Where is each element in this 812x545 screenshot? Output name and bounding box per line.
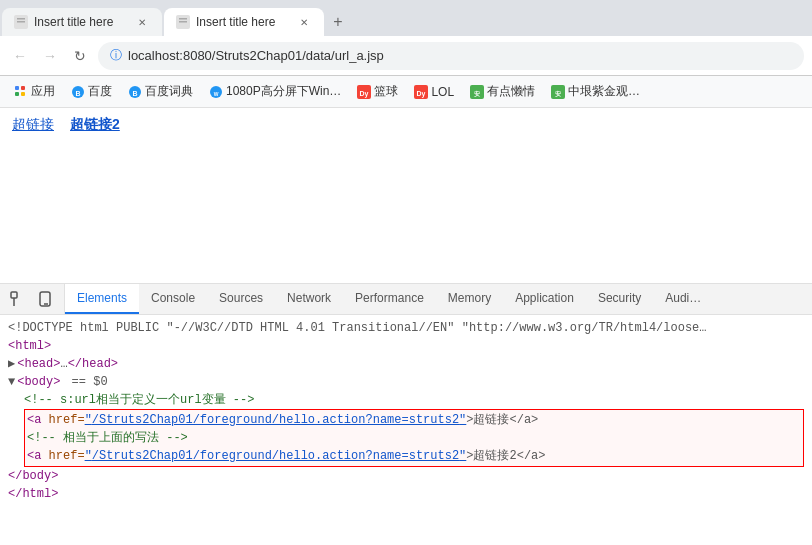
bookmark-baidu-label: 百度 bbox=[88, 83, 112, 100]
svg-rect-24 bbox=[11, 292, 17, 298]
tab-2[interactable]: Insert title here ✕ bbox=[164, 8, 324, 36]
devtools-device-button[interactable] bbox=[34, 287, 58, 311]
code-line-7: <!-- 相当于上面的写法 --> bbox=[27, 429, 801, 447]
tab-favicon-2 bbox=[176, 15, 190, 29]
browser-chrome: Insert title here ✕ Insert title here ✕ … bbox=[0, 0, 812, 108]
tab-title-2: Insert title here bbox=[196, 15, 290, 29]
tab-title-1: Insert title here bbox=[34, 15, 128, 29]
svg-text:B: B bbox=[132, 89, 137, 96]
comment-1: <!-- s:url相当于定义一个url变量 --> bbox=[24, 391, 254, 409]
svg-text:Dy: Dy bbox=[360, 89, 369, 97]
tab-application[interactable]: Application bbox=[503, 284, 586, 314]
bookmark-gold-label: 中垠紫金观… bbox=[568, 83, 640, 100]
tab-1[interactable]: Insert title here ✕ bbox=[2, 8, 162, 36]
html-close-tag: </html> bbox=[8, 485, 58, 503]
bookmark-baidudict-label: 百度词典 bbox=[145, 83, 193, 100]
bookmark-baidudict[interactable]: B 百度词典 bbox=[122, 81, 199, 102]
head-close-tag: </head> bbox=[68, 355, 118, 373]
baidudict-icon: B bbox=[128, 85, 142, 99]
devtools-content: <!DOCTYPE html PUBLIC "-//W3C//DTD HTML … bbox=[0, 315, 812, 545]
bookmark-baidu[interactable]: B 百度 bbox=[65, 81, 118, 102]
lol-icon: Dy bbox=[414, 85, 428, 99]
svg-rect-5 bbox=[179, 21, 187, 23]
bookmark-lazy[interactable]: 安 有点懒情 bbox=[464, 81, 541, 102]
bookmark-1080p[interactable]: W 1080P高分屏下Win… bbox=[203, 81, 347, 102]
tab-sources[interactable]: Sources bbox=[207, 284, 275, 314]
hyperlinks-container: 超链接 超链接2 bbox=[12, 116, 800, 134]
svg-rect-8 bbox=[15, 92, 19, 96]
svg-text:W: W bbox=[214, 90, 219, 96]
tab-performance[interactable]: Performance bbox=[343, 284, 436, 314]
head-tag: <head> bbox=[17, 355, 60, 373]
body-close-tag: </body> bbox=[8, 467, 58, 485]
code-line-5: <!-- s:url相当于定义一个url变量 --> bbox=[8, 391, 804, 409]
refresh-button[interactable]: ↻ bbox=[68, 44, 92, 68]
apps-icon bbox=[14, 85, 28, 99]
hyperlink-2[interactable]: 超链接2 bbox=[70, 116, 120, 134]
hyperlink-1[interactable]: 超链接 bbox=[12, 116, 54, 134]
bookmark-basketball[interactable]: Dy 篮球 bbox=[351, 81, 404, 102]
tab-close-2[interactable]: ✕ bbox=[296, 14, 312, 30]
svg-rect-4 bbox=[179, 18, 187, 20]
secure-icon: ⓘ bbox=[110, 47, 122, 64]
code-line-4: ▼<body> == $0 bbox=[8, 373, 804, 391]
tab-favicon-1 bbox=[14, 15, 28, 29]
code-line-3: ▶<head>…</head> bbox=[8, 355, 804, 373]
1080p-icon: W bbox=[209, 85, 223, 99]
lazy-icon: 安 bbox=[470, 85, 484, 99]
main-content: 超链接 超链接2 bbox=[0, 108, 812, 283]
bookmark-gold[interactable]: 安 中垠紫金观… bbox=[545, 81, 646, 102]
bookmark-apps[interactable]: 应用 bbox=[8, 81, 61, 102]
html-tag: <html> bbox=[8, 337, 51, 355]
code-line-10: </html> bbox=[8, 485, 804, 503]
head-expand-icon[interactable]: ▶ bbox=[8, 355, 15, 373]
code-line-1: <!DOCTYPE html PUBLIC "-//W3C//DTD HTML … bbox=[8, 319, 804, 337]
tab-close-1[interactable]: ✕ bbox=[134, 14, 150, 30]
tab-network[interactable]: Network bbox=[275, 284, 343, 314]
tab-bar: Insert title here ✕ Insert title here ✕ … bbox=[0, 0, 812, 36]
back-button[interactable]: ← bbox=[8, 44, 32, 68]
tab-audits[interactable]: Audi… bbox=[653, 284, 713, 314]
tab-elements[interactable]: Elements bbox=[65, 284, 139, 314]
bookmark-lol-label: LOL bbox=[431, 85, 454, 99]
body-open-tag: <body> bbox=[17, 373, 60, 391]
address-bar: ← → ↻ ⓘ localhost:8080/Struts2Chap01/dat… bbox=[0, 36, 812, 76]
bookmark-basketball-label: 篮球 bbox=[374, 83, 398, 100]
bookmark-1080p-label: 1080P高分屏下Win… bbox=[226, 83, 341, 100]
svg-text:安: 安 bbox=[554, 89, 561, 96]
svg-rect-1 bbox=[17, 18, 25, 20]
svg-rect-7 bbox=[21, 86, 25, 90]
doctype-text: <!DOCTYPE html PUBLIC "-//W3C//DTD HTML … bbox=[8, 319, 707, 337]
tab-security[interactable]: Security bbox=[586, 284, 653, 314]
devtools-panel: Elements Console Sources Network Perform… bbox=[0, 283, 812, 545]
gold-icon: 安 bbox=[551, 85, 565, 99]
comment-2: <!-- 相当于上面的写法 --> bbox=[27, 429, 188, 447]
forward-button[interactable]: → bbox=[38, 44, 62, 68]
svg-text:B: B bbox=[75, 89, 80, 96]
svg-rect-9 bbox=[21, 92, 25, 96]
tab-console[interactable]: Console bbox=[139, 284, 207, 314]
svg-text:Dy: Dy bbox=[417, 89, 426, 97]
href-value-2[interactable]: "/Struts2Chap01/foreground/hello.action?… bbox=[85, 449, 467, 463]
href-attr-2: href= bbox=[49, 449, 85, 463]
a-open-tag-2: <a bbox=[27, 449, 49, 463]
svg-text:安: 安 bbox=[473, 89, 480, 96]
href-value-1[interactable]: "/Struts2Chap01/foreground/hello.action?… bbox=[85, 413, 467, 427]
tab-memory[interactable]: Memory bbox=[436, 284, 503, 314]
bookmarks-bar: 应用 B 百度 B 百度词典 W 1080P高分屏下Win… bbox=[0, 76, 812, 108]
body-expand-icon[interactable]: ▼ bbox=[8, 373, 15, 391]
highlighted-code-block: <a href="/Struts2Chap01/foreground/hello… bbox=[24, 409, 804, 467]
href-attr-1: href= bbox=[49, 413, 85, 427]
a-open-tag-1: <a bbox=[27, 413, 49, 427]
url-text: localhost:8080/Struts2Chap01/data/url_a.… bbox=[128, 48, 792, 63]
basketball-icon: Dy bbox=[357, 85, 371, 99]
bookmark-lol[interactable]: Dy LOL bbox=[408, 83, 460, 101]
new-tab-button[interactable]: + bbox=[324, 8, 352, 36]
url-bar[interactable]: ⓘ localhost:8080/Struts2Chap01/data/url_… bbox=[98, 42, 804, 70]
inspect-icon bbox=[10, 291, 26, 307]
devtools-inspect-button[interactable] bbox=[6, 287, 30, 311]
body-dollar: == $0 bbox=[64, 373, 107, 391]
bookmark-lazy-label: 有点懒情 bbox=[487, 83, 535, 100]
code-line-6: <a href="/Struts2Chap01/foreground/hello… bbox=[27, 411, 801, 429]
code-line-8: <a href="/Struts2Chap01/foreground/hello… bbox=[27, 447, 801, 465]
